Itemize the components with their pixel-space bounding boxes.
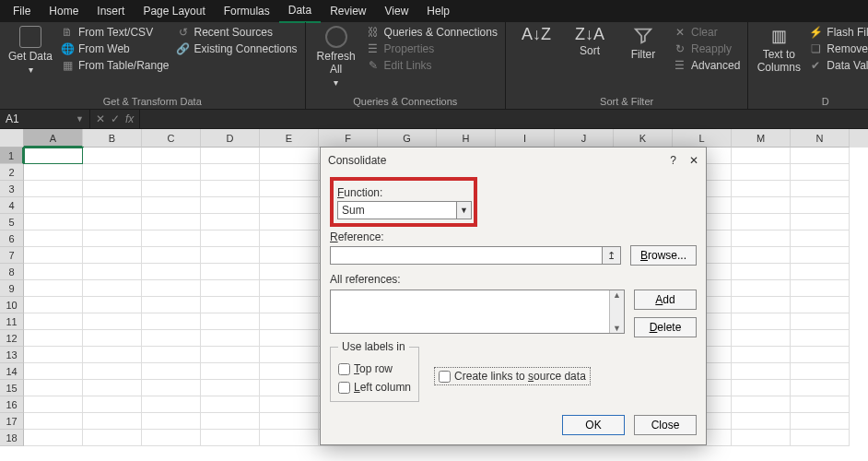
cell[interactable] (791, 230, 850, 247)
cell[interactable] (142, 148, 201, 164)
cell[interactable] (260, 430, 319, 446)
flash-fill-button[interactable]: ⚡Flash Fill (809, 26, 868, 39)
cell[interactable] (791, 330, 850, 347)
cell[interactable] (791, 313, 850, 330)
cell[interactable] (24, 264, 83, 280)
cell[interactable] (791, 181, 850, 197)
cell[interactable] (83, 164, 142, 181)
cell[interactable] (142, 247, 201, 264)
cell[interactable] (201, 380, 260, 396)
all-references-listbox[interactable]: ▲▼ (330, 290, 625, 334)
cell[interactable] (260, 280, 319, 297)
cell[interactable] (732, 181, 791, 197)
close-icon[interactable]: ✕ (689, 154, 698, 167)
cell[interactable] (142, 330, 201, 347)
cell[interactable] (791, 363, 850, 380)
cell[interactable] (24, 313, 83, 330)
cell[interactable] (83, 264, 142, 280)
row-header[interactable]: 2 (0, 164, 24, 181)
fx-icon[interactable]: fx (125, 112, 134, 125)
row-header[interactable]: 7 (0, 247, 24, 264)
cell[interactable] (83, 380, 142, 396)
cell[interactable] (260, 148, 319, 164)
ok-button[interactable]: OK (562, 415, 625, 435)
column-header[interactable]: N (791, 129, 850, 148)
cell[interactable] (24, 413, 83, 430)
chevron-down-icon[interactable]: ▼ (456, 202, 471, 219)
cell[interactable] (732, 247, 791, 264)
top-row-checkbox[interactable]: Top row (338, 362, 393, 375)
column-header[interactable]: C (142, 129, 201, 148)
cell[interactable] (791, 280, 850, 297)
cell[interactable] (24, 363, 83, 380)
formula-input[interactable] (140, 110, 868, 128)
cell[interactable] (83, 330, 142, 347)
cell[interactable] (83, 313, 142, 330)
column-header[interactable]: E (260, 129, 319, 148)
cell[interactable] (260, 264, 319, 280)
cell[interactable] (201, 413, 260, 430)
cell[interactable] (142, 396, 201, 413)
row-header[interactable]: 14 (0, 363, 24, 380)
cell[interactable] (201, 197, 260, 214)
row-header[interactable]: 13 (0, 347, 24, 363)
from-table-range-button[interactable]: ▦From Table/Range (61, 59, 170, 72)
from-text-csv-button[interactable]: 🗎From Text/CSV (61, 26, 170, 39)
data-validation-button[interactable]: ✔Data Validatio (809, 59, 868, 72)
cell[interactable] (24, 164, 83, 181)
column-header[interactable]: F (319, 129, 378, 148)
get-data-button[interactable]: Get Data ▾ (7, 26, 53, 75)
cell[interactable] (791, 214, 850, 230)
cell[interactable] (24, 297, 83, 313)
cell[interactable] (83, 363, 142, 380)
cell[interactable] (24, 214, 83, 230)
column-header[interactable]: I (496, 129, 555, 148)
cell[interactable] (732, 396, 791, 413)
cell[interactable] (83, 148, 142, 164)
cell[interactable] (142, 297, 201, 313)
cell[interactable] (260, 363, 319, 380)
cell[interactable] (732, 214, 791, 230)
column-header[interactable]: L (673, 129, 732, 148)
sort-asc-button[interactable]: A↓Z (513, 26, 559, 42)
browse-button[interactable]: Browse... (630, 245, 697, 266)
cell[interactable] (201, 247, 260, 264)
select-all-corner[interactable] (0, 129, 24, 148)
row-header[interactable]: 15 (0, 380, 24, 396)
cell[interactable] (201, 363, 260, 380)
cell[interactable] (142, 347, 201, 363)
cell[interactable] (201, 214, 260, 230)
row-header[interactable]: 16 (0, 396, 24, 413)
cell[interactable] (201, 330, 260, 347)
cell[interactable] (732, 264, 791, 280)
cell[interactable] (732, 330, 791, 347)
cell[interactable] (201, 297, 260, 313)
create-links-checkbox[interactable]: Create links to source data (439, 370, 586, 383)
cell[interactable] (732, 164, 791, 181)
delete-button[interactable]: Delete (634, 317, 697, 337)
row-header[interactable]: 3 (0, 181, 24, 197)
filter-button[interactable]: Filter (620, 26, 666, 61)
cell[interactable] (142, 413, 201, 430)
cell[interactable] (260, 396, 319, 413)
scrollbar[interactable]: ▲▼ (609, 290, 624, 333)
cell[interactable] (732, 347, 791, 363)
cell[interactable] (201, 230, 260, 247)
menu-insert[interactable]: Insert (88, 0, 134, 22)
sort-button[interactable]: Z↓A Sort (567, 26, 613, 57)
menu-view[interactable]: View (376, 0, 418, 22)
cell[interactable] (791, 164, 850, 181)
from-web-button[interactable]: 🌐From Web (61, 42, 170, 55)
cell[interactable] (142, 197, 201, 214)
row-header[interactable]: 4 (0, 197, 24, 214)
cell[interactable] (83, 413, 142, 430)
cell[interactable] (142, 313, 201, 330)
edit-links-button[interactable]: ✎Edit Links (367, 59, 498, 72)
row-header[interactable]: 11 (0, 313, 24, 330)
cell[interactable] (260, 413, 319, 430)
cell[interactable] (732, 280, 791, 297)
left-column-checkbox[interactable]: Left column (338, 381, 411, 394)
cell[interactable] (791, 347, 850, 363)
name-box[interactable]: A1 ▼ (0, 110, 90, 128)
menu-page-layout[interactable]: Page Layout (134, 0, 214, 22)
